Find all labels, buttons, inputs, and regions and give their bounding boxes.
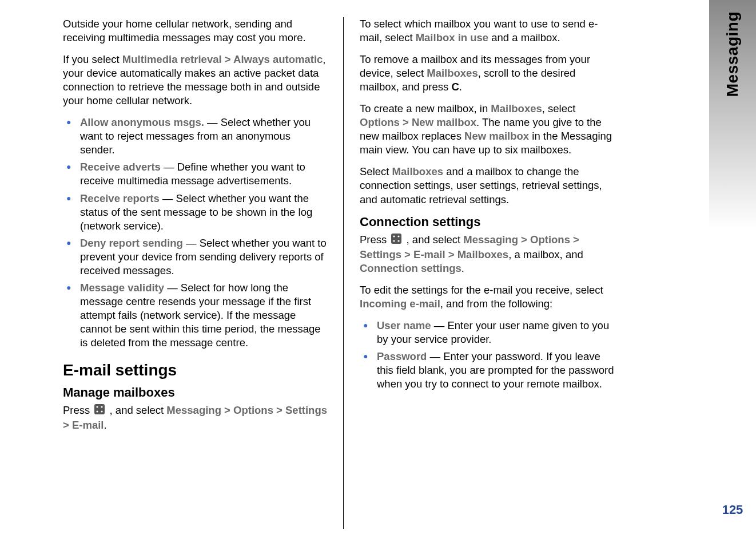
menu-key-icon [391, 233, 402, 248]
text: Press [63, 404, 93, 416]
option-label: User name [377, 319, 431, 331]
menu-path: Messaging [463, 234, 518, 246]
paragraph-roaming-cost: Outside your home cellular network, send… [63, 17, 327, 45]
page-number: 125 [722, 503, 743, 517]
paragraph-retrieval: If you select Multimedia retrieval > Alw… [63, 53, 327, 108]
text: , select [542, 102, 576, 114]
menu-key-icon [94, 403, 105, 418]
menu-path: New mailbox [464, 130, 529, 142]
svg-point-2 [101, 406, 103, 408]
text: If you select [63, 53, 122, 65]
text: , and from the following: [440, 298, 552, 310]
list-item: Deny report sending — Select whether you… [63, 236, 327, 278]
menu-path: Mailboxes [427, 67, 478, 79]
text: . [104, 419, 106, 431]
text: and a mailbox. [488, 31, 560, 43]
option-label: Receive adverts [80, 161, 161, 173]
menu-path: Options [530, 234, 570, 246]
menu-path: Incoming e-mail [360, 298, 440, 310]
separator-gt: > [445, 248, 457, 260]
paragraph-incoming-email: To edit the settings for the e-mail you … [360, 283, 618, 311]
menu-path: Options [360, 116, 400, 128]
text: , and select [110, 404, 167, 416]
menu-path: Mailboxes [392, 165, 443, 177]
text: , and select [407, 234, 464, 246]
list-item: Allow anonymous msgs. — Select whether y… [63, 116, 327, 157]
heading-manage-mailboxes: Manage mailboxes [63, 385, 327, 400]
svg-rect-5 [391, 234, 401, 244]
heading-connection-settings: Connection settings [360, 215, 618, 230]
separator-gt: > [63, 419, 72, 431]
paragraph-remove-mailbox: To remove a mailbox and its messages fro… [360, 53, 618, 94]
list-item: User name — Enter your user name given t… [360, 319, 618, 346]
separator-gt: > [273, 404, 285, 416]
svg-point-8 [393, 240, 395, 242]
text: Press [360, 234, 389, 246]
separator-gt: > [221, 404, 233, 416]
heading-email-settings: E-mail settings [63, 361, 327, 379]
paragraph-nav-connection: Press , and select Messaging > Options >… [360, 233, 618, 275]
menu-path: Messaging [166, 404, 221, 416]
svg-point-9 [398, 240, 400, 242]
separator-gt: > [518, 234, 530, 246]
svg-point-4 [101, 411, 103, 413]
separator-gt: > [400, 116, 412, 128]
list-item: Receive reports — Select whether you wan… [63, 192, 327, 233]
menu-path: Mailboxes [457, 248, 508, 260]
text: . [459, 81, 462, 93]
menu-path: Mailbox in use [416, 31, 488, 43]
svg-point-6 [393, 235, 395, 237]
paragraph-nav-manage: Press , and select Messaging > Options >… [63, 403, 327, 432]
text: Select [360, 165, 392, 177]
left-column: Outside your home cellular network, send… [63, 17, 343, 529]
svg-point-3 [97, 411, 98, 413]
right-column: To select which mailbox you want to use … [343, 17, 623, 529]
key-c: C [451, 81, 459, 93]
option-label: Password [377, 350, 427, 362]
svg-point-7 [398, 235, 400, 237]
separator-gt: > [570, 234, 579, 246]
incoming-email-options-list: User name — Enter your user name given t… [360, 319, 618, 391]
menu-path: Mailboxes [491, 102, 542, 114]
paragraph-select-mailbox: To select which mailbox you want to use … [360, 17, 618, 45]
menu-path: Options [233, 404, 273, 416]
menu-path: Multimedia retrieval [122, 53, 222, 65]
paragraph-new-mailbox: To create a new mailbox, in Mailboxes, s… [360, 102, 618, 157]
menu-path: Settings [285, 404, 327, 416]
section-title: Messaging [723, 11, 742, 97]
option-label: Receive reports [80, 192, 160, 204]
menu-path: Settings [360, 248, 401, 260]
text: To create a new mailbox, in [360, 102, 491, 114]
menu-path: Always automatic [233, 53, 323, 65]
option-label: Message validity [80, 282, 164, 294]
menu-path: New mailbox [412, 116, 476, 128]
text: To edit the settings for the e-mail you … [360, 284, 603, 296]
option-label: Allow anonymous msgs. [80, 116, 204, 128]
separator-gt: > [401, 248, 413, 260]
separator-gt: > [222, 53, 233, 65]
paragraph-change-settings: Select Mailboxes and a mailbox to change… [360, 165, 618, 206]
menu-path: E-mail [72, 419, 104, 431]
list-item: Message validity — Select for how long t… [63, 281, 327, 350]
option-label: Deny report sending [80, 237, 183, 249]
text: , a mailbox, and [508, 248, 583, 260]
menu-path: E-mail [413, 248, 445, 260]
svg-rect-0 [94, 404, 105, 414]
list-item: Password — Enter your password. If you l… [360, 350, 618, 391]
text: . [461, 262, 464, 274]
svg-point-1 [97, 406, 98, 408]
multimedia-options-list: Allow anonymous msgs. — Select whether y… [63, 116, 327, 350]
sidebar: Messaging 125 [709, 0, 756, 546]
menu-path: Connection settings [360, 262, 461, 274]
list-item: Receive adverts — Define whether you wan… [63, 160, 327, 188]
